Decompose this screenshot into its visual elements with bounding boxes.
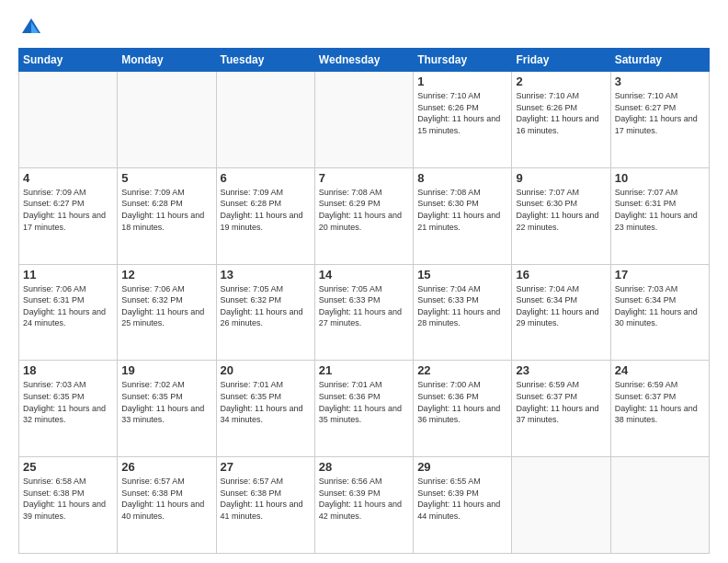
day-number: 12 [121, 268, 211, 282]
day-number: 9 [516, 171, 606, 185]
day-number: 13 [221, 268, 311, 282]
day-info: Sunrise: 7:09 AM Sunset: 6:28 PM Dayligh… [121, 187, 211, 233]
calendar-cell: 12Sunrise: 7:06 AM Sunset: 6:32 PM Dayli… [118, 264, 216, 361]
calendar-cell [314, 72, 413, 168]
day-number: 24 [615, 363, 705, 377]
day-info: Sunrise: 7:05 AM Sunset: 6:33 PM Dayligh… [319, 283, 409, 329]
day-info: Sunrise: 7:08 AM Sunset: 6:30 PM Dayligh… [417, 187, 507, 233]
col-header-tuesday: Tuesday [216, 49, 314, 72]
calendar-cell: 25Sunrise: 6:58 AM Sunset: 6:38 PM Dayli… [19, 457, 118, 554]
calendar-cell: 22Sunrise: 7:00 AM Sunset: 6:36 PM Dayli… [414, 361, 512, 457]
day-number: 26 [121, 460, 211, 474]
col-header-saturday: Saturday [610, 49, 709, 72]
calendar-cell: 28Sunrise: 6:56 AM Sunset: 6:39 PM Dayli… [314, 457, 413, 554]
day-number: 27 [221, 460, 311, 474]
calendar-cell: 29Sunrise: 6:55 AM Sunset: 6:39 PM Dayli… [414, 457, 512, 554]
calendar-cell: 2Sunrise: 7:10 AM Sunset: 6:26 PM Daylig… [512, 72, 610, 168]
calendar-cell: 4Sunrise: 7:09 AM Sunset: 6:27 PM Daylig… [19, 167, 118, 264]
calendar-table: SundayMondayTuesdayWednesdayThursdayFrid… [18, 48, 710, 554]
day-number: 22 [417, 363, 507, 377]
calendar-cell: 18Sunrise: 7:03 AM Sunset: 6:35 PM Dayli… [19, 361, 118, 457]
day-number: 17 [615, 268, 705, 282]
col-header-monday: Monday [118, 49, 216, 72]
calendar-cell: 13Sunrise: 7:05 AM Sunset: 6:32 PM Dayli… [216, 264, 314, 361]
col-header-wednesday: Wednesday [314, 49, 413, 72]
day-info: Sunrise: 7:03 AM Sunset: 6:34 PM Dayligh… [615, 283, 705, 329]
calendar-cell: 20Sunrise: 7:01 AM Sunset: 6:35 PM Dayli… [216, 361, 314, 457]
calendar-cell: 10Sunrise: 7:07 AM Sunset: 6:31 PM Dayli… [610, 167, 709, 264]
calendar-week-3: 11Sunrise: 7:06 AM Sunset: 6:31 PM Dayli… [19, 264, 710, 361]
calendar-cell: 9Sunrise: 7:07 AM Sunset: 6:30 PM Daylig… [512, 167, 610, 264]
day-number: 10 [615, 171, 705, 185]
calendar-week-4: 18Sunrise: 7:03 AM Sunset: 6:35 PM Dayli… [19, 361, 710, 457]
day-info: Sunrise: 7:03 AM Sunset: 6:35 PM Dayligh… [23, 379, 113, 425]
calendar-cell [512, 457, 610, 554]
calendar-week-2: 4Sunrise: 7:09 AM Sunset: 6:27 PM Daylig… [19, 167, 710, 264]
day-info: Sunrise: 7:07 AM Sunset: 6:31 PM Dayligh… [615, 187, 705, 233]
day-info: Sunrise: 7:01 AM Sunset: 6:35 PM Dayligh… [221, 379, 311, 425]
calendar-cell: 16Sunrise: 7:04 AM Sunset: 6:34 PM Dayli… [512, 264, 610, 361]
day-number: 4 [23, 171, 113, 185]
day-info: Sunrise: 7:10 AM Sunset: 6:27 PM Dayligh… [615, 90, 705, 136]
calendar-cell: 14Sunrise: 7:05 AM Sunset: 6:33 PM Dayli… [314, 264, 413, 361]
day-info: Sunrise: 6:58 AM Sunset: 6:38 PM Dayligh… [23, 476, 113, 522]
calendar-cell [118, 72, 216, 168]
day-number: 19 [121, 363, 211, 377]
day-info: Sunrise: 7:10 AM Sunset: 6:26 PM Dayligh… [417, 90, 507, 136]
day-info: Sunrise: 7:06 AM Sunset: 6:32 PM Dayligh… [121, 283, 211, 329]
day-number: 16 [516, 268, 606, 282]
day-info: Sunrise: 7:07 AM Sunset: 6:30 PM Dayligh… [516, 187, 606, 233]
col-header-friday: Friday [512, 49, 610, 72]
day-number: 5 [121, 171, 211, 185]
day-info: Sunrise: 7:09 AM Sunset: 6:28 PM Dayligh… [221, 187, 311, 233]
day-info: Sunrise: 7:04 AM Sunset: 6:34 PM Dayligh… [516, 283, 606, 329]
calendar-cell: 1Sunrise: 7:10 AM Sunset: 6:26 PM Daylig… [414, 72, 512, 168]
day-info: Sunrise: 6:55 AM Sunset: 6:39 PM Dayligh… [417, 476, 507, 522]
day-number: 28 [319, 460, 409, 474]
day-info: Sunrise: 7:06 AM Sunset: 6:31 PM Dayligh… [23, 283, 113, 329]
logo [18, 15, 48, 40]
calendar-cell [216, 72, 314, 168]
calendar-cell: 11Sunrise: 7:06 AM Sunset: 6:31 PM Dayli… [19, 264, 118, 361]
day-number: 6 [221, 171, 311, 185]
day-number: 3 [615, 75, 705, 88]
page: SundayMondayTuesdayWednesdayThursdayFrid… [0, 0, 728, 563]
calendar-cell: 6Sunrise: 7:09 AM Sunset: 6:28 PM Daylig… [216, 167, 314, 264]
day-info: Sunrise: 7:05 AM Sunset: 6:32 PM Dayligh… [221, 283, 311, 329]
day-number: 14 [319, 268, 409, 282]
day-info: Sunrise: 7:10 AM Sunset: 6:26 PM Dayligh… [516, 90, 606, 136]
day-info: Sunrise: 6:57 AM Sunset: 6:38 PM Dayligh… [221, 476, 311, 522]
day-info: Sunrise: 7:00 AM Sunset: 6:36 PM Dayligh… [417, 379, 507, 425]
day-info: Sunrise: 7:09 AM Sunset: 6:27 PM Dayligh… [23, 187, 113, 233]
day-info: Sunrise: 6:56 AM Sunset: 6:39 PM Dayligh… [319, 476, 409, 522]
calendar-cell: 27Sunrise: 6:57 AM Sunset: 6:38 PM Dayli… [216, 457, 314, 554]
calendar-cell: 26Sunrise: 6:57 AM Sunset: 6:38 PM Dayli… [118, 457, 216, 554]
day-info: Sunrise: 6:59 AM Sunset: 6:37 PM Dayligh… [615, 379, 705, 425]
calendar-cell [610, 457, 709, 554]
day-info: Sunrise: 7:01 AM Sunset: 6:36 PM Dayligh… [319, 379, 409, 425]
day-number: 2 [516, 75, 606, 88]
day-number: 18 [23, 363, 113, 377]
calendar-week-5: 25Sunrise: 6:58 AM Sunset: 6:38 PM Dayli… [19, 457, 710, 554]
calendar-week-1: 1Sunrise: 7:10 AM Sunset: 6:26 PM Daylig… [19, 72, 710, 168]
day-info: Sunrise: 7:02 AM Sunset: 6:35 PM Dayligh… [121, 379, 211, 425]
day-number: 15 [417, 268, 507, 282]
calendar-cell [19, 72, 118, 168]
calendar-header-row: SundayMondayTuesdayWednesdayThursdayFrid… [19, 49, 710, 72]
day-info: Sunrise: 6:59 AM Sunset: 6:37 PM Dayligh… [516, 379, 606, 425]
header [18, 15, 710, 40]
day-number: 11 [23, 268, 113, 282]
day-info: Sunrise: 7:04 AM Sunset: 6:33 PM Dayligh… [417, 283, 507, 329]
logo-icon [18, 15, 44, 40]
day-info: Sunrise: 7:08 AM Sunset: 6:29 PM Dayligh… [319, 187, 409, 233]
day-number: 23 [516, 363, 606, 377]
day-number: 7 [319, 171, 409, 185]
col-header-sunday: Sunday [19, 49, 118, 72]
day-number: 29 [417, 460, 507, 474]
day-number: 8 [417, 171, 507, 185]
calendar-cell: 24Sunrise: 6:59 AM Sunset: 6:37 PM Dayli… [610, 361, 709, 457]
day-number: 20 [221, 363, 311, 377]
calendar-cell: 17Sunrise: 7:03 AM Sunset: 6:34 PM Dayli… [610, 264, 709, 361]
calendar-cell: 23Sunrise: 6:59 AM Sunset: 6:37 PM Dayli… [512, 361, 610, 457]
calendar-cell: 15Sunrise: 7:04 AM Sunset: 6:33 PM Dayli… [414, 264, 512, 361]
